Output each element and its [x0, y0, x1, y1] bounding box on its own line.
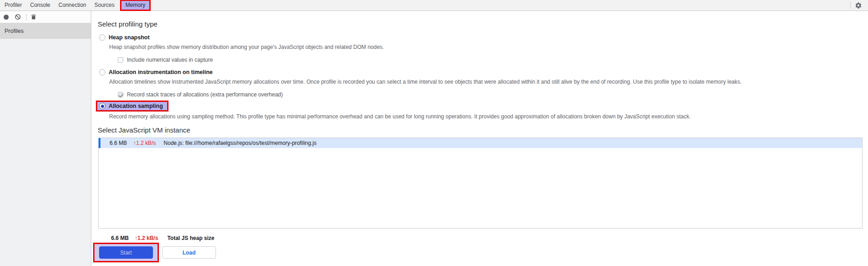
allocation-sampling-label: Allocation sampling [109, 103, 163, 109]
option-allocation-timeline[interactable]: Allocation instrumentation on timeline [99, 69, 868, 76]
allocation-timeline-radio[interactable] [99, 69, 105, 75]
vm-instance-list: 6.6 MB ↑1.2 kB/s Node.js: file:///home/r… [98, 138, 863, 229]
annotation-box-allocation-sampling: Allocation sampling [96, 101, 168, 112]
gear-icon[interactable] [855, 2, 862, 9]
block-icon[interactable] [15, 14, 21, 20]
tabbar-right-controls [850, 2, 868, 9]
total-heap-row: 6.6 MB ↑1.2 kB/s Total JS heap size [99, 234, 868, 242]
trash-icon[interactable] [31, 14, 37, 20]
record-stack-traces-label: Record stack traces of allocations (extr… [127, 91, 283, 98]
record-icon[interactable] [4, 15, 9, 20]
total-heap-label: Total JS heap size [167, 235, 214, 241]
record-stack-traces-row[interactable]: Record stack traces of allocations (extr… [118, 91, 868, 98]
sidebar-item-profiles[interactable]: Profiles [0, 23, 91, 39]
record-stack-traces-checkbox[interactable] [118, 92, 123, 97]
allocation-sampling-radio[interactable] [99, 103, 105, 109]
include-numerical-values-row[interactable]: Include numerical values in capture [118, 57, 868, 63]
vm-heap-rate: ↑1.2 kB/s [133, 140, 156, 146]
sidebar: Profiles [0, 11, 91, 266]
tab-profiler[interactable]: Profiler [0, 0, 26, 11]
total-heap-size: 6.6 MB [99, 235, 129, 241]
heap-snapshot-description: Heap snapshot profiles show memory distr… [109, 44, 868, 51]
vm-instance-row[interactable]: 6.6 MB ↑1.2 kB/s Node.js: file:///home/r… [99, 138, 862, 148]
include-numerical-values-checkbox[interactable] [118, 57, 123, 63]
profiler-toolbar [0, 11, 91, 23]
heap-snapshot-radio[interactable] [99, 34, 105, 41]
action-buttons: Start Load [93, 243, 868, 262]
devtools-tabbar: Profiler Console Connection Sources Memo… [0, 0, 868, 11]
allocation-sampling-description: Record memory allocations using sampling… [109, 113, 868, 120]
allocation-timeline-label: Allocation instrumentation on timeline [109, 69, 213, 75]
tab-console[interactable]: Console [26, 0, 54, 11]
option-heap-snapshot[interactable]: Heap snapshot [99, 34, 868, 41]
tabbar-divider [850, 2, 851, 9]
include-numerical-values-label: Include numerical values in capture [127, 57, 213, 63]
total-heap-rate: ↑1.2 kB/s [135, 235, 158, 241]
memory-panel: Select profiling type Heap snapshot Heap… [92, 11, 868, 266]
tab-memory[interactable]: Memory [121, 1, 149, 10]
tab-sources[interactable]: Sources [90, 0, 119, 11]
start-button[interactable]: Start [99, 246, 153, 259]
allocation-timeline-description: Allocation timelines show instrumented J… [109, 79, 868, 85]
profiling-type-heading: Select profiling type [98, 20, 868, 28]
vm-heap-size: 6.6 MB [100, 140, 127, 146]
vm-instance-name: Node.js: file:///home/rafaelgss/repos/os… [163, 140, 316, 146]
toolbar-divider [26, 14, 26, 21]
load-button[interactable]: Load [162, 246, 216, 259]
heap-snapshot-label: Heap snapshot [109, 34, 150, 41]
tab-connection[interactable]: Connection [54, 0, 90, 11]
annotation-box-start: Start [93, 243, 159, 262]
vm-instance-heading: Select JavaScript VM instance [98, 126, 868, 134]
